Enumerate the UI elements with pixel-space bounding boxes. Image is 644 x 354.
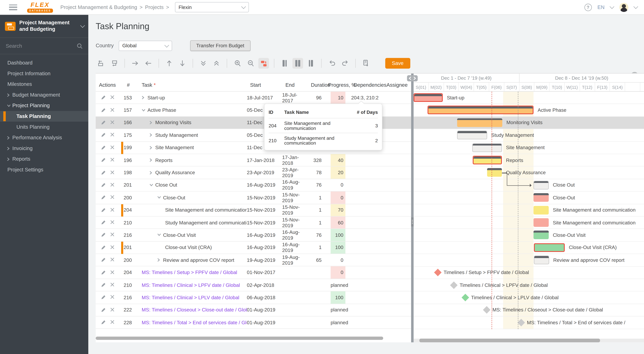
delete-icon[interactable] <box>110 120 115 125</box>
sidebar-item-invoicing[interactable]: Invoicing <box>0 143 88 154</box>
collapse-row-icon[interactable] <box>157 233 161 237</box>
chevron-down-icon[interactable] <box>634 4 638 9</box>
expand-all-button[interactable] <box>198 58 209 69</box>
table-row[interactable]: 196Reports17-Jan-201817-Jan-201832840 <box>96 154 411 167</box>
edit-icon[interactable] <box>101 170 106 175</box>
collapse-all-button[interactable] <box>211 58 222 69</box>
delete-icon[interactable] <box>110 170 115 175</box>
expand-row-icon[interactable] <box>150 121 153 124</box>
collapse-left-icon[interactable] <box>409 76 412 80</box>
hamburger-menu-icon[interactable] <box>9 4 17 10</box>
collapse-row-icon[interactable] <box>150 183 153 187</box>
gantt-task-bar[interactable] <box>534 218 549 227</box>
table-row[interactable]: 200Close-Out15-Nov-201915-Nov-201910 <box>96 192 411 204</box>
expand-row-icon[interactable] <box>150 171 153 174</box>
view-split-button[interactable] <box>292 58 303 69</box>
country-select[interactable]: Global <box>118 41 172 51</box>
delete-icon[interactable] <box>110 320 115 325</box>
pane-splitter[interactable] <box>411 74 414 342</box>
chevron-down-icon[interactable] <box>610 4 614 9</box>
help-icon[interactable]: ? <box>584 4 592 11</box>
edit-icon[interactable] <box>101 282 106 288</box>
delete-icon[interactable] <box>110 157 115 163</box>
edit-icon[interactable] <box>101 270 106 275</box>
edit-icon[interactable] <box>101 220 106 225</box>
table-row[interactable]: 210MS: Timelines / Clinical > LPFV date … <box>96 279 411 291</box>
expand-row-icon[interactable] <box>150 146 153 149</box>
gantt-task-bar[interactable] <box>534 231 549 239</box>
zoom-in-button[interactable] <box>232 58 243 69</box>
delete-icon[interactable] <box>110 133 115 138</box>
edit-icon[interactable] <box>101 320 106 325</box>
transfer-from-budget-button[interactable]: Transfer From Budget <box>190 40 250 51</box>
delete-icon[interactable] <box>110 145 115 150</box>
move-up-button[interactable] <box>164 58 175 69</box>
edit-icon[interactable] <box>101 207 106 213</box>
save-button[interactable]: Save <box>385 58 410 69</box>
edit-icon[interactable] <box>101 257 106 263</box>
sidebar-item-dashboard[interactable]: Dashboard <box>0 58 88 68</box>
flex-databases-logo[interactable]: FLEX DATABASES <box>27 2 53 13</box>
sidebar-item-project-settings[interactable]: Project Settings <box>0 164 88 175</box>
expand-row-icon[interactable] <box>150 158 153 162</box>
delete-icon[interactable] <box>110 232 115 238</box>
edit-icon[interactable] <box>101 245 106 250</box>
view-right-button[interactable] <box>306 58 316 69</box>
table-row[interactable]: 222MS: Timelines / Closeout > Close-out … <box>96 304 411 316</box>
delete-icon[interactable] <box>110 270 115 275</box>
collapse-right-icon[interactable] <box>413 76 416 80</box>
gantt-task-bar[interactable] <box>534 243 565 252</box>
gantt-task-bar[interactable] <box>534 206 549 214</box>
search-icon[interactable] <box>77 43 82 49</box>
task-name-link[interactable]: MS: Timelines / Setup > FPFV date / Glob… <box>142 270 237 275</box>
sidebar-item-budget-management[interactable]: Budget Management <box>0 90 88 100</box>
delete-icon[interactable] <box>110 182 115 188</box>
task-name-link[interactable]: MS: Timelines / Closeout > Close-out dat… <box>142 307 247 313</box>
edit-icon[interactable] <box>101 95 106 100</box>
zoom-out-button[interactable] <box>245 58 256 69</box>
delete-icon[interactable] <box>110 207 115 213</box>
gantt-task-bar[interactable] <box>457 131 487 139</box>
delete-icon[interactable] <box>110 282 115 288</box>
table-row[interactable]: 228MS: Timelines / Total > End of servic… <box>96 316 411 329</box>
expand-row-icon[interactable] <box>157 258 161 262</box>
breadcrumb-projects[interactable]: Projects <box>145 4 164 10</box>
search-input[interactable] <box>6 43 74 49</box>
table-row[interactable]: 204MS: Timelines / Setup > FPFV date / G… <box>96 266 411 279</box>
edit-icon[interactable] <box>101 120 106 125</box>
gantt-task-bar[interactable] <box>428 106 534 114</box>
delete-icon[interactable] <box>110 307 115 313</box>
sidebar-item-performance-analysis[interactable]: Performance Analysis <box>0 132 88 143</box>
edit-icon[interactable] <box>101 182 106 188</box>
expand-row-icon[interactable] <box>150 133 153 137</box>
milestone-diamond-icon[interactable] <box>450 281 458 289</box>
redo-button[interactable] <box>340 58 350 69</box>
sidebar-module-header[interactable]: Project Management and Budgeting <box>0 15 88 38</box>
edit-icon[interactable] <box>101 232 106 238</box>
sidebar-item-project-planning[interactable]: Project Planning <box>0 100 88 111</box>
edit-icon[interactable] <box>101 195 106 200</box>
table-row[interactable]: 201Close-out Visit (CRA)16-Aug-201916-Au… <box>96 241 411 254</box>
splitter-grip[interactable] <box>411 217 414 226</box>
user-avatar[interactable] <box>620 3 628 12</box>
edit-icon[interactable] <box>101 133 106 138</box>
gantt-task-bar[interactable] <box>534 193 549 202</box>
delete-icon[interactable] <box>110 220 115 225</box>
milestone-diamond-icon[interactable] <box>434 269 442 276</box>
table-row[interactable]: 216MS: Timelines / Clinical > LPLV date … <box>96 291 411 304</box>
indent-task-button[interactable] <box>130 58 140 69</box>
export-button[interactable] <box>360 58 371 69</box>
table-row[interactable]: 153Start-up18-Jul-201718-Jul-20179610204… <box>96 92 411 104</box>
table-row[interactable]: 204Site Management and communication15-N… <box>96 204 411 217</box>
table-row[interactable]: 216Close-Out Visit16-Aug-201916-Aug-2019… <box>96 229 411 241</box>
add-task-below-button[interactable] <box>109 58 120 69</box>
critical-path-button[interactable] <box>258 58 269 69</box>
table-horizontal-scrollbar[interactable] <box>96 337 408 340</box>
edit-icon[interactable] <box>101 295 106 300</box>
milestone-diamond-icon[interactable] <box>483 306 490 314</box>
gantt-task-bar[interactable] <box>534 256 549 264</box>
splitter-collapse-buttons[interactable] <box>407 75 418 81</box>
task-name-link[interactable]: MS: Timelines / Clinical > LPLV date / G… <box>142 295 239 300</box>
table-row[interactable]: 210Study Management and communication15-… <box>96 216 411 229</box>
move-down-button[interactable] <box>177 58 188 69</box>
